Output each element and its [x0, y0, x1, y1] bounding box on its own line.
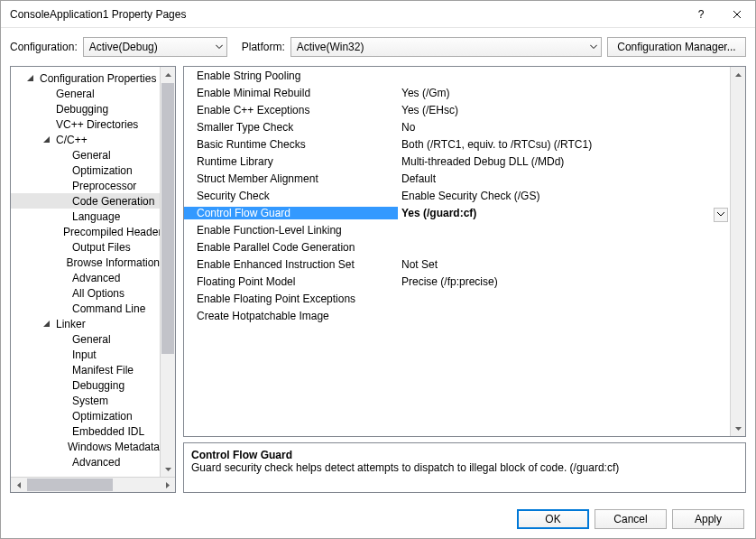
property-row[interactable]: Security CheckEnable Security Check (/GS… [184, 187, 730, 204]
tree-item[interactable]: General [11, 86, 160, 101]
tree-item-label: Configuration Properties [40, 72, 156, 85]
tree-item[interactable]: Command Line [11, 301, 160, 316]
property-row[interactable]: Basic Runtime ChecksBoth (/RTC1, equiv. … [184, 135, 730, 153]
tree-viewport[interactable]: Configuration PropertiesGeneralDebugging… [11, 67, 160, 477]
tree-item[interactable]: Manifest File [11, 362, 160, 377]
tree-item[interactable]: Windows Metadata [11, 439, 160, 454]
property-row[interactable]: Enable String Pooling [184, 67, 730, 84]
tree-item[interactable]: Language [11, 209, 160, 224]
property-row[interactable]: Enable Enhanced Instruction SetNot Set [184, 256, 730, 273]
tree-item[interactable]: Linker [11, 316, 160, 331]
tree-item[interactable]: System [11, 393, 160, 408]
tree-item[interactable]: General [11, 147, 160, 163]
tree-collapse-icon[interactable] [43, 321, 52, 328]
tree-item[interactable]: Debugging [11, 101, 160, 116]
property-row[interactable]: Smaller Type CheckNo [184, 118, 730, 135]
apply-button[interactable]: Apply [672, 509, 744, 529]
tree-item-label: Browse Information [67, 256, 160, 269]
property-row[interactable]: Create Hotpatchable Image [184, 307, 730, 324]
tree-item-label: Preprocessor [72, 180, 136, 192]
tree-item-label: Optimization [72, 410, 133, 423]
dropdown-button[interactable] [714, 208, 728, 222]
nav-tree: Configuration PropertiesGeneralDebugging… [10, 66, 176, 493]
property-row[interactable]: Enable Floating Point Exceptions [184, 290, 730, 307]
property-value[interactable]: Enable Security Check (/GS) [398, 190, 730, 202]
tree-vscrollbar[interactable] [160, 67, 175, 477]
tree-item-label: Manifest File [72, 364, 134, 376]
property-value[interactable]: Not Set [398, 258, 730, 271]
tree-item[interactable]: Configuration Properties [11, 70, 160, 86]
cancel-button[interactable]: Cancel [595, 509, 667, 529]
property-row[interactable]: Floating Point ModelPrecise (/fp:precise… [184, 273, 730, 290]
property-row[interactable]: Enable C++ ExceptionsYes (/EHsc) [184, 101, 730, 118]
property-row[interactable]: Runtime LibraryMulti-threaded Debug DLL … [184, 153, 730, 170]
property-name: Enable Parallel Code Generation [184, 241, 398, 254]
property-name: Control Flow Guard [184, 207, 398, 219]
tree-item[interactable]: Optimization [11, 408, 160, 423]
tree-item[interactable]: Advanced [11, 270, 160, 285]
scroll-down-icon[interactable] [161, 461, 175, 477]
tree-item-label: Advanced [72, 272, 120, 284]
scroll-thumb[interactable] [161, 83, 174, 354]
chevron-down-icon [590, 45, 597, 50]
scroll-right-icon[interactable] [160, 478, 175, 492]
tree-item[interactable]: All Options [11, 285, 160, 301]
tree-hscrollbar[interactable] [11, 477, 175, 492]
tree-item-label: VC++ Directories [56, 118, 138, 131]
tree-item[interactable]: Debugging [11, 377, 160, 393]
platform-combo[interactable]: Active(Win32) [290, 37, 602, 57]
window-title: ConsoleApplication1 Property Pages [10, 8, 683, 21]
tree-item[interactable]: Browse Information [11, 255, 160, 270]
tree-collapse-icon[interactable] [43, 136, 52, 144]
tree-item[interactable]: Advanced [11, 454, 160, 469]
tree-item-label: Windows Metadata [68, 441, 160, 453]
property-value[interactable]: Default [398, 172, 730, 185]
property-name: Enable Minimal Rebuild [184, 87, 398, 99]
configuration-combo[interactable]: Active(Debug) [83, 37, 227, 57]
platform-label: Platform: [242, 41, 285, 53]
tree-item[interactable]: General [11, 331, 160, 347]
question-icon: ? [698, 8, 705, 21]
tree-item[interactable]: Optimization [11, 163, 160, 178]
property-row[interactable]: Control Flow GuardYes (/guard:cf) [184, 204, 730, 221]
tree-item[interactable]: VC++ Directories [11, 116, 160, 132]
tree-collapse-icon[interactable] [27, 75, 36, 82]
configuration-manager-button[interactable]: Configuration Manager... [607, 37, 746, 57]
tree-item-label: Language [72, 210, 120, 223]
property-value[interactable]: Both (/RTC1, equiv. to /RTCsu) (/RTC1) [398, 138, 730, 151]
chevron-down-icon [717, 212, 724, 217]
property-grid: Enable String PoolingEnable Minimal Rebu… [183, 66, 746, 437]
tree-item[interactable]: Preprocessor [11, 178, 160, 193]
tree-item-label: Debugging [56, 103, 108, 116]
property-row[interactable]: Enable Minimal RebuildYes (/Gm) [184, 84, 730, 101]
tree-item[interactable]: Output Files [11, 239, 160, 255]
ok-button[interactable]: OK [517, 509, 589, 529]
scroll-left-icon[interactable] [11, 478, 26, 492]
title-bar: ConsoleApplication1 Property Pages ? [1, 1, 755, 28]
scroll-down-icon[interactable] [731, 421, 745, 436]
property-value[interactable]: Precise (/fp:precise) [398, 275, 730, 288]
tree-item[interactable]: Input [11, 347, 160, 362]
property-row[interactable]: Enable Parallel Code Generation [184, 238, 730, 256]
scroll-up-icon[interactable] [161, 67, 175, 82]
tree-item[interactable]: Precompiled Headers [11, 224, 160, 239]
description-title: Control Flow Guard [191, 449, 738, 461]
close-button[interactable] [719, 2, 755, 27]
property-value[interactable]: No [398, 121, 730, 134]
tree-item-label: System [72, 395, 108, 407]
property-value[interactable]: Yes (/EHsc) [398, 104, 730, 116]
tree-item-label: All Options [72, 287, 124, 300]
property-row[interactable]: Enable Function-Level Linking [184, 221, 730, 238]
tree-item[interactable]: C/C++ [11, 132, 160, 147]
tree-item-label: Optimization [72, 164, 133, 177]
tree-item[interactable]: Embedded IDL [11, 423, 160, 439]
tree-item[interactable]: Code Generation [11, 193, 160, 209]
property-row[interactable]: Struct Member AlignmentDefault [184, 170, 730, 187]
property-value[interactable]: Yes (/Gm) [398, 87, 730, 99]
property-value[interactable]: Multi-threaded Debug DLL (/MDd) [398, 155, 730, 168]
scroll-thumb[interactable] [27, 479, 113, 491]
help-button[interactable]: ? [683, 2, 719, 27]
grid-vscrollbar[interactable] [730, 67, 745, 436]
property-value[interactable]: Yes (/guard:cf) [398, 207, 730, 219]
scroll-up-icon[interactable] [731, 67, 745, 82]
